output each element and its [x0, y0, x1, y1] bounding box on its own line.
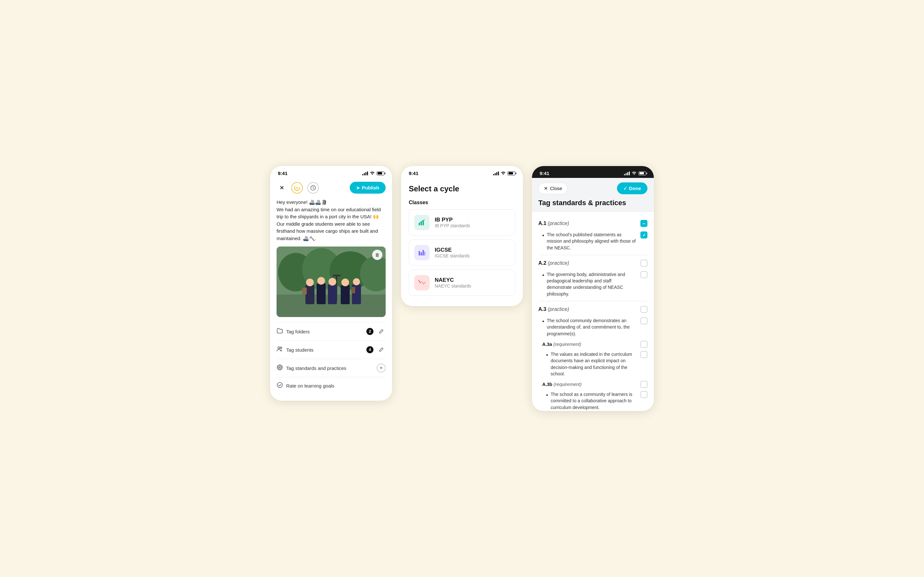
screen2-content: Select a cycle Classes IB PYP IB PYP sta…	[401, 178, 523, 306]
wifi-icon-1	[370, 171, 375, 176]
standard-A3-header: A.3 (practice)	[538, 303, 648, 316]
standard-A3a-item-text: The values as indicated in the curriculu…	[549, 351, 637, 377]
standard-A2-label: A.2	[538, 260, 546, 266]
standard-A3-item-checkbox[interactable]	[640, 318, 648, 324]
post-line1: Hey everyone! 🚢🚢🗿	[276, 199, 386, 206]
standard-A3b-item-inner: • The school as a community of learners …	[546, 391, 637, 411]
tag-students-left: Tag students	[276, 346, 313, 354]
spinner-button[interactable]	[291, 182, 303, 193]
tag-standards-add-button[interactable]: +	[376, 364, 386, 372]
standard-A1-checkbox[interactable]	[640, 220, 648, 227]
standard-A3a-item-checkbox[interactable]	[640, 351, 648, 358]
bullet-icon: •	[542, 271, 544, 279]
battery-fill-2	[509, 172, 513, 174]
svg-rect-12	[333, 275, 341, 276]
bullet-icon: •	[542, 231, 544, 240]
svg-rect-13	[305, 285, 314, 304]
tag-students-row[interactable]: Tag students 4	[276, 340, 386, 359]
toolbar-1: ✕	[276, 178, 386, 199]
delete-image-button[interactable]: 🗑	[372, 250, 383, 260]
standard-A2-item-checkbox[interactable]	[640, 271, 648, 278]
rate-learning-row[interactable]: Rate on learning goals	[276, 377, 386, 394]
tag-students-edit-button[interactable]	[376, 345, 386, 354]
wifi-icon-3	[632, 171, 636, 176]
clock-icon	[310, 185, 316, 191]
svg-point-14	[306, 279, 314, 286]
signal-bar	[629, 171, 630, 175]
cycle-info-naeyc: NAEYC NAEYC standards	[435, 277, 471, 288]
post-image-svg	[276, 247, 386, 317]
standard-A3-checkbox[interactable]	[640, 306, 648, 313]
close-text-button[interactable]: ✕ Close	[538, 183, 567, 194]
close-button[interactable]: ✕	[276, 183, 287, 193]
signal-bar	[495, 173, 496, 175]
standard-A3a-title: A.3a (requirement)	[542, 342, 582, 347]
screen1-phone: 9:41 ✕	[270, 166, 392, 401]
cycle-icon-ibpyp	[414, 215, 430, 230]
signal-bar	[364, 173, 365, 175]
x-icon: ✕	[279, 184, 284, 191]
standard-A3b-item-checkbox[interactable]	[640, 391, 648, 398]
tag-folders-right: 2	[367, 327, 386, 336]
publish-arrow-icon: ➤	[356, 185, 360, 190]
bullet-icon: •	[546, 391, 548, 400]
clock-button[interactable]	[307, 182, 319, 193]
people-icon	[276, 346, 283, 354]
status-time-2: 9:41	[409, 171, 418, 176]
battery-icon-3	[638, 171, 646, 175]
tag-folders-badge: 2	[367, 328, 373, 335]
cycle-card-igcse[interactable]: IGCSE IGCSE standards	[409, 239, 515, 266]
signal-bars-1	[362, 171, 368, 175]
cycle-name-naeyc: NAEYC	[435, 277, 471, 284]
standard-A3b-checkbox[interactable]	[640, 381, 648, 388]
tag-standards-row[interactable]: Tag standards and practices +	[276, 359, 386, 377]
chart-icon-pink	[418, 279, 426, 287]
standard-A3b-item-1: • The school as a community of learners …	[538, 389, 648, 411]
svg-point-26	[280, 347, 282, 348]
done-label: Done	[629, 185, 641, 191]
standard-A1-item-text: The school's published statements as mis…	[545, 231, 637, 251]
standard-A3-title: A.3 (practice)	[538, 306, 569, 312]
done-button[interactable]: ✓ Done	[617, 182, 648, 194]
standard-A1-title: A.1 (practice)	[538, 221, 569, 226]
screen3-content: A.1 (practice) • The school's published …	[532, 212, 654, 411]
cycle-card-naeyc[interactable]: NAEYC NAEYC standards	[409, 269, 515, 296]
standard-A3a-checkbox[interactable]	[640, 341, 648, 348]
tag-standards-label: Tag standards and practices	[286, 366, 347, 371]
standard-A3a-item-inner: • The values as indicated in the curricu…	[546, 351, 637, 377]
standard-A3-item-1: • The school community demonstrates an u…	[538, 316, 648, 339]
screen3-header: ✕ Close ✓ Done Tag standards & practices	[532, 178, 654, 212]
post-text: Hey everyone! 🚢🚢🗿 We had an amazing time…	[276, 199, 386, 242]
bullet-icon: •	[542, 318, 544, 326]
screen3-toolbar: ✕ Close ✓ Done	[538, 182, 648, 194]
publish-button[interactable]: ➤ Publish	[350, 182, 386, 193]
standard-A1-item-inner: • The school's published statements as m…	[542, 231, 637, 251]
rate-learning-left: Rate on learning goals	[276, 382, 334, 390]
bullet-icon: •	[546, 351, 548, 359]
tag-standards-right: +	[376, 364, 386, 372]
standard-A1-item-checkbox[interactable]	[640, 231, 648, 239]
tag-folders-edit-button[interactable]	[376, 327, 386, 336]
standard-A2-item-text: The governing body, administrative and p…	[545, 271, 637, 297]
signal-bar	[493, 174, 494, 175]
standard-A3b-header: A.3b (requirement)	[538, 379, 648, 389]
standard-A1-header: A.1 (practice)	[538, 218, 648, 229]
cycle-info-igcse: IGCSE IGCSE standards	[435, 247, 470, 258]
standard-A3a-label: A.3a	[542, 342, 552, 347]
signal-bars-2	[493, 171, 499, 175]
standard-A2-checkbox[interactable]	[640, 259, 648, 267]
signal-bar	[496, 172, 497, 175]
cycle-sub-naeyc: NAEYC standards	[435, 284, 471, 288]
svg-rect-15	[317, 284, 326, 304]
standard-A2-item-inner: • The governing body, administrative and…	[542, 271, 637, 297]
cycle-icon-naeyc	[414, 275, 430, 290]
tag-folders-row[interactable]: Tag folders 2	[276, 322, 386, 340]
svg-point-29	[279, 367, 280, 368]
standard-A1-label: A.1	[538, 221, 546, 226]
standard-A3a-item-1: • The values as indicated in the curricu…	[538, 349, 648, 379]
cycle-name-igcse: IGCSE	[435, 247, 470, 253]
svg-point-18	[328, 278, 336, 285]
check-circle-svg	[276, 382, 283, 388]
cycle-card-ibpyp[interactable]: IB PYP IB PYP standards	[409, 210, 515, 235]
tag-students-label: Tag students	[286, 347, 313, 353]
